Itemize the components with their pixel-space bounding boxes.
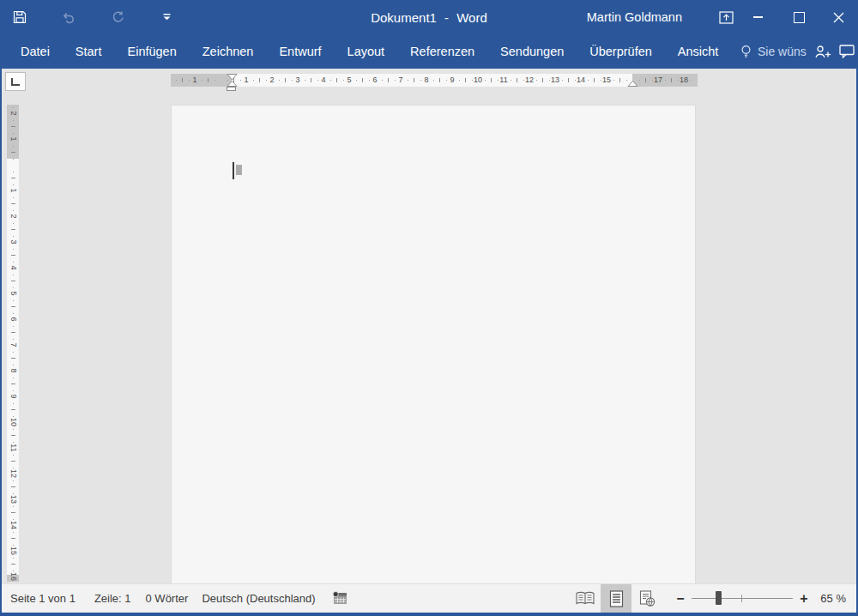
ruler-tick [11, 229, 15, 230]
ruler-tick [336, 78, 337, 82]
language-indicator[interactable]: Deutsch (Deutschland) [202, 592, 315, 605]
ruler-tick [388, 78, 389, 82]
tab-ansicht[interactable]: Ansicht [665, 34, 732, 69]
hanging-indent-marker[interactable] [227, 81, 238, 87]
web-layout-icon [639, 590, 656, 607]
page-indicator[interactable]: Seite 1 von 1 [10, 592, 76, 605]
line-indicator[interactable]: Zeile: 1 [94, 592, 131, 605]
zoom-slider-thumb[interactable] [716, 591, 722, 605]
ruler-dot [13, 480, 14, 481]
tab-stop-selector[interactable] [5, 72, 26, 91]
chevron-down-icon [163, 14, 171, 21]
ruler-dot [433, 80, 434, 81]
ruler-tick [362, 78, 363, 82]
ruler-number: 15 [602, 74, 611, 87]
ruler-dot [13, 403, 14, 404]
horizontal-ruler-marks: 11234567891011121314151718 [171, 74, 698, 87]
ruler-tick [542, 78, 543, 82]
maximize-button[interactable] [779, 0, 819, 34]
save-icon [13, 10, 27, 24]
ruler-number: 3 [295, 74, 299, 87]
redo-button[interactable] [98, 0, 137, 34]
close-icon [833, 12, 844, 23]
tab-start[interactable]: Start [63, 34, 115, 69]
zoom-in-button[interactable]: + [798, 584, 810, 613]
account-button[interactable]: Martin Goldmann [587, 0, 682, 34]
tab-referenzen[interactable]: Referenzen [397, 34, 487, 69]
read-mode-button[interactable] [570, 584, 601, 613]
ruler-tick [285, 78, 286, 82]
ruler-dot [536, 80, 537, 81]
ruler-dot [305, 80, 305, 81]
ruler-dot [330, 80, 331, 81]
ruler-number: 1 [244, 74, 248, 87]
horizontal-ruler[interactable]: 11234567891011121314151718 [171, 74, 698, 87]
ruler-tick [11, 306, 15, 307]
ruler-tick [11, 358, 15, 359]
tell-me-label: Sie wünsc [758, 45, 807, 58]
tab-einfgen[interactable]: Einfügen [114, 34, 189, 69]
ruler-dot [13, 506, 14, 507]
ruler-tick [11, 281, 15, 281]
titlebar: Dokument1 - Word Martin Goldmann [0, 0, 858, 34]
book-icon [575, 591, 595, 606]
ruler-dot [214, 80, 215, 81]
customize-quick-access-button[interactable] [147, 0, 186, 34]
tab-berprfen[interactable]: Überprüfen [577, 34, 665, 69]
document-page[interactable] [171, 105, 696, 584]
vertical-ruler[interactable]: 2112345678910111213141516 [7, 105, 19, 582]
ruler-dot [575, 80, 576, 81]
status-left: Seite 1 von 1 Zeile: 1 0 Wörter Deutsch … [2, 584, 348, 613]
ruler-tick [11, 203, 15, 204]
tab-sendungen[interactable]: Sendungen [487, 34, 577, 69]
ruler-dot [639, 80, 640, 81]
ruler-tick [11, 564, 15, 565]
left-tab-icon [11, 78, 20, 86]
ruler-tick [11, 152, 15, 153]
ruler-dot [317, 80, 318, 81]
ruler-tick [671, 78, 672, 82]
ruler-tick [517, 78, 517, 82]
left-indent-marker[interactable] [227, 87, 236, 91]
share-button[interactable] [814, 45, 831, 59]
ruler-dot [202, 80, 202, 81]
first-line-indent-marker[interactable] [227, 74, 238, 81]
tell-me-button[interactable]: Sie wünsc [740, 45, 807, 58]
web-layout-button[interactable] [631, 584, 662, 613]
undo-button[interactable] [49, 0, 88, 34]
ruler-dot [446, 80, 447, 81]
zoom-slider-track[interactable] [692, 598, 793, 599]
close-button[interactable] [819, 0, 858, 34]
save-button[interactable] [0, 0, 39, 34]
ruler-dot [665, 80, 666, 81]
zoom-slider[interactable] [692, 584, 793, 613]
ribbon-right-cluster: Sie wünsc [740, 34, 856, 69]
ruler-tick [465, 78, 466, 82]
ruler-number: 4 [321, 74, 325, 87]
macro-record-button[interactable] [330, 590, 348, 607]
ruler-tick [568, 78, 569, 82]
ruler-tick [594, 78, 595, 82]
tab-datei[interactable]: Datei [8, 34, 63, 69]
word-count[interactable]: 0 Wörter [146, 592, 189, 605]
minimize-button[interactable] [738, 0, 777, 34]
comments-button[interactable] [839, 45, 855, 58]
ruler-dot [292, 80, 293, 81]
tab-zeichnen[interactable]: Zeichnen [190, 34, 267, 69]
tab-layout[interactable]: Layout [335, 34, 398, 69]
ruler-dot [13, 159, 14, 160]
print-layout-button[interactable] [601, 584, 631, 613]
ribbon-options-icon [719, 11, 734, 24]
ruler-tick [619, 78, 620, 82]
ruler-dot [523, 80, 524, 81]
zoom-out-button[interactable]: − [674, 584, 686, 613]
tab-entwurf[interactable]: Entwurf [266, 34, 334, 69]
right-indent-marker[interactable] [627, 81, 638, 87]
ruler-dot [343, 80, 344, 81]
ruler-dot [511, 80, 511, 81]
ruler-tick [11, 178, 15, 178]
ruler-number: 8 [424, 74, 428, 87]
ruler-number: 17 [654, 74, 662, 87]
ruler-dot [279, 80, 280, 81]
zoom-level[interactable]: 65 % [810, 592, 846, 605]
